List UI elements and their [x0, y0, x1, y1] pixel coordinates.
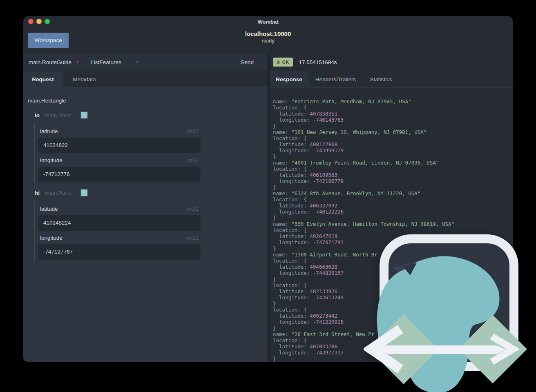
subfield-name-label: longitude — [40, 235, 63, 241]
response-line: location: { — [273, 196, 513, 203]
wombat-logo — [364, 227, 536, 392]
tab-headers-trailers[interactable]: Headers/Trailers — [308, 71, 363, 88]
connection-status: ready — [23, 38, 513, 44]
close-button[interactable] — [28, 19, 34, 24]
request-panel: main.RouteGuide ▾ ListFeatures ▾ Send Re… — [23, 53, 268, 362]
method-select[interactable]: ListFeatures — [91, 59, 121, 65]
chevron-down-icon[interactable]: ▾ — [76, 60, 79, 65]
response-line: } — [273, 123, 513, 129]
tabstrip-filler — [399, 71, 513, 88]
request-tabstrip: RequestMetadata — [23, 71, 268, 88]
longitude-input[interactable]: -747127767 — [38, 244, 201, 260]
response-line: name: "4001 Tremley Point Road, Linden, … — [273, 160, 513, 166]
response-line: latitude: 406109563 — [273, 172, 513, 178]
response-line: longitude: -740122226 — [273, 209, 513, 215]
field-group: latitudeint3241024822longitudeint32-7471… — [34, 123, 201, 183]
subfield-name-label: latitude — [40, 206, 58, 212]
response-line: } — [273, 215, 513, 221]
tab-request[interactable]: Request — [23, 71, 63, 88]
subfield-label-row: longitudeint32 — [38, 235, 201, 241]
window-title: Wombat — [23, 16, 513, 28]
subfield-type-label: int32 — [187, 128, 199, 134]
chevron-down-icon[interactable]: ▾ — [136, 60, 138, 65]
connection-info: localhost:10000 ready — [23, 30, 513, 44]
connection-header: Workspace localhost:10000 ready — [23, 27, 513, 53]
latitude-input[interactable]: 410248224 — [38, 215, 201, 231]
field-enabled-checkbox[interactable] — [80, 189, 88, 197]
method-selector-row: main.RouteGuide ▾ ListFeatures ▾ Send — [23, 53, 268, 71]
response-status-row: 0: OK 17.554151684s — [270, 53, 513, 71]
field-type-label: main.Point — [45, 112, 71, 118]
subfield-label-row: latitudeint32 — [38, 206, 201, 212]
response-line: name: "330 Evelyn Avenue, Hamilton Towns… — [273, 221, 513, 227]
message-type-label: main.Rectangle — [28, 98, 268, 104]
field-section-hi: himain.Pointlatitudeint32410248224longit… — [28, 189, 268, 261]
window-controls — [28, 19, 50, 24]
subfield-label-row: longitudeint32 — [38, 157, 201, 163]
response-line: location: { — [273, 135, 513, 141]
response-line: latitude: 406337092 — [273, 203, 513, 209]
field-header: himain.Point — [35, 189, 268, 197]
subfield-name-label: latitude — [40, 128, 58, 134]
subfield-type-label: int32 — [187, 206, 199, 212]
response-line: latitude: 408122808 — [273, 141, 513, 147]
field-header: lomain.Point — [35, 111, 268, 119]
response-line: longitude: -746143763 — [273, 117, 513, 123]
response-line: location: { — [273, 166, 513, 172]
response-line: longitude: -743999179 — [273, 147, 513, 154]
subfield-type-label: int32 — [187, 157, 199, 163]
field-name-label: lo — [35, 112, 40, 118]
arrow-shaft — [377, 345, 506, 354]
field-group: latitudeint32410248224longitudeint32-747… — [34, 201, 201, 261]
response-line: name: "6324 8th Avenue, Brooklyn, NY 112… — [273, 190, 513, 196]
subfield-type-label: int32 — [187, 235, 199, 241]
tab-metadata[interactable]: Metadata — [63, 71, 106, 88]
response-line: } — [273, 184, 513, 190]
subfield-label-row: latitudeint32 — [38, 128, 201, 134]
tabstrip-filler — [106, 71, 268, 88]
zoom-button[interactable] — [45, 19, 50, 24]
titlebar: Wombat — [23, 16, 513, 27]
tab-statistics[interactable]: Statistics — [363, 71, 399, 88]
desktop: { "titlebar": { "title": "Wombat" }, "he… — [0, 0, 536, 392]
tab-response[interactable]: Response — [270, 71, 308, 88]
response-line: name: "Patriots Path, Mendham, NJ 07945,… — [273, 98, 513, 105]
call-duration: 17.554151684s — [299, 59, 337, 65]
form-sections: lomain.Pointlatitudeint3241024822longitu… — [28, 111, 268, 261]
response-line: } — [273, 154, 513, 160]
field-section-lo: lomain.Pointlatitudeint3241024822longitu… — [28, 111, 268, 183]
service-select[interactable]: main.RouteGuide — [29, 59, 71, 65]
longitude-input[interactable]: -74712776 — [38, 167, 201, 182]
minimize-button[interactable] — [36, 19, 42, 24]
response-tabstrip: ResponseHeaders/TrailersStatistics — [270, 71, 513, 88]
response-line: name: "101 New Jersey 10, Whippany, NJ 0… — [273, 129, 513, 135]
response-line: latitude: 407838351 — [273, 111, 513, 117]
field-type-label: main.Point — [45, 190, 71, 196]
response-line: longitude: -742186778 — [273, 178, 513, 184]
status-badge: 0: OK — [273, 58, 293, 67]
subfield-name-label: longitude — [40, 157, 63, 163]
request-form: main.Rectangle lomain.Pointlatitudeint32… — [23, 88, 268, 362]
field-name-label: hi — [35, 190, 40, 196]
latitude-input[interactable]: 41024822 — [38, 138, 201, 153]
server-address: localhost:10000 — [23, 30, 513, 37]
response-line: location: { — [273, 105, 513, 111]
field-enabled-checkbox[interactable] — [80, 111, 88, 119]
send-button[interactable]: Send — [241, 59, 254, 65]
